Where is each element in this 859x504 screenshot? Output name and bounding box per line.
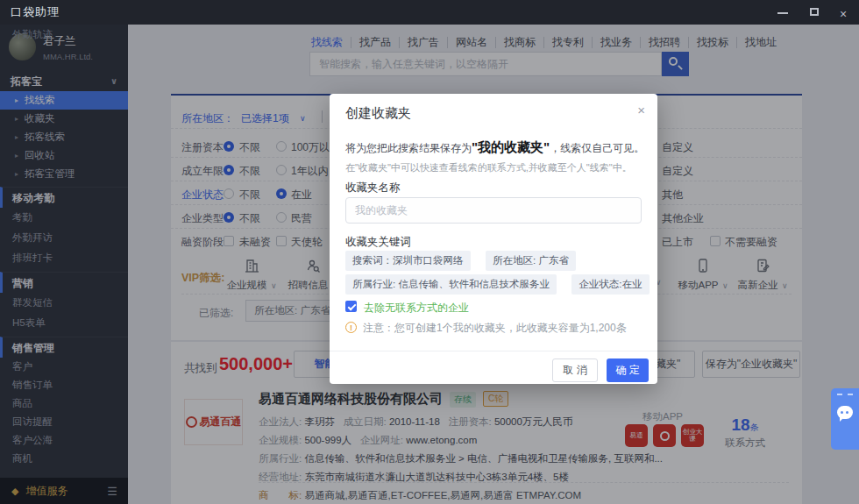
folder-keywords-label: 收藏夹关键词 [345,235,411,250]
drag-handle-icon [837,394,853,395]
app-window: 口袋助理 × 君子兰 MMA.HR.Ltd. 拓客宝 ∨ ▸找线索 ▸收藏夹 ▸… [0,0,859,504]
folder-name-input[interactable] [345,197,642,224]
title-bar: 口袋助理 × [0,0,859,25]
confirm-button[interactable]: 确 定 [607,358,649,382]
customer-service-chat-button[interactable] [831,388,859,450]
minimize-icon [777,12,788,14]
close-icon[interactable]: × [637,103,645,117]
sidebar: 君子兰 MMA.HR.Ltd. 拓客宝 ∨ ▸找线索 ▸收藏夹 ▸拓客线索 ▸回… [0,25,128,504]
warning-icon: ! [345,322,357,333]
modal-title: 创建收藏夹 [345,105,411,122]
folder-name-label: 收藏夹名称 [345,181,401,195]
app-title: 口袋助理 [11,4,60,20]
keyword-tags-row: 搜索词：深圳市口袋网络 所在地区: 广东省 [345,251,587,271]
chat-bubble-icon [837,406,853,419]
close-icon: × [840,7,847,21]
checkbox-checked[interactable] [345,301,357,312]
divider [330,351,657,351]
maximize-button[interactable] [808,6,820,18]
minimize-button[interactable] [777,6,789,18]
keyword-tag-region: 所在地区: 广东省 [486,251,576,271]
sidebar-item-field-track[interactable]: 外勤轨迹 [0,25,128,504]
close-window-button[interactable]: × [840,6,852,18]
maximize-icon [810,8,819,16]
modal-intro-line2: 在"收藏夹"中可以快速查看线索的联系方式,并收藏至个人"线索"中。 [345,161,632,174]
create-favorites-modal: 创建收藏夹 × 将为您把此搜索结果保存为"我的收藏夹"，线索仅自己可见。 在"收… [330,94,657,384]
cancel-button[interactable]: 取 消 [552,358,598,382]
remove-no-contact-label[interactable]: 去除无联系方式的企业 [364,301,469,316]
keyword-tag-search-term: 搜索词：深圳市口袋网络 [345,251,471,271]
keyword-tag-industry: 所属行业: 信息传输、软件和信息技术服务业 [345,274,557,295]
keyword-tag-status: 企业状态:在业 [571,274,649,295]
modal-note-text: 注意：您可创建1个我的收藏夹，此收藏夹容量为1,200条 [363,321,627,336]
modal-intro-line1: 将为您把此搜索结果保存为"我的收藏夹"，线索仅自己可见。 [345,139,644,156]
keyword-tags-row: 所属行业: 信息传输、软件和信息技术服务业 企业状态:在业 [345,274,657,295]
